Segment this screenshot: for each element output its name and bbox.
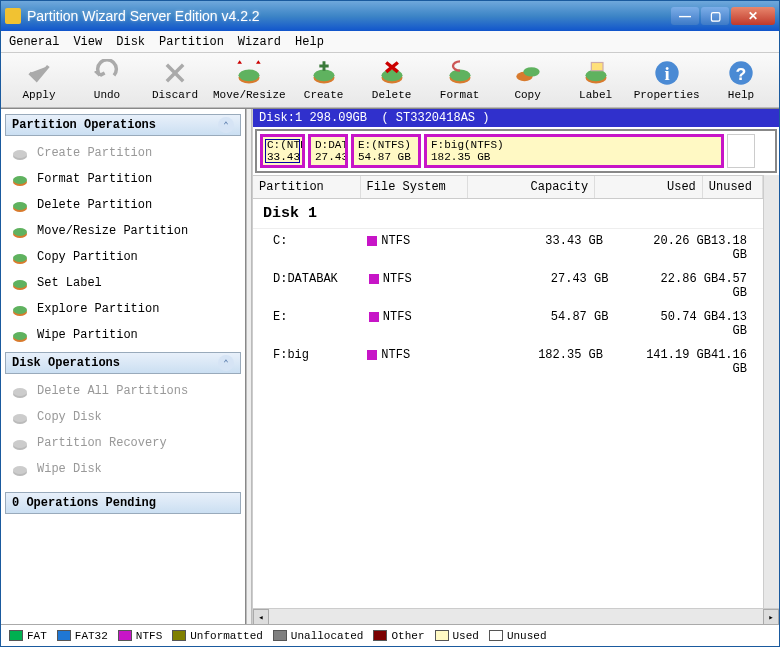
disk-icon (11, 170, 29, 188)
legend-label: Other (391, 630, 424, 642)
svg-text:?: ? (736, 65, 747, 85)
table-area: Partition File System Capacity Used Unus… (253, 175, 763, 608)
legend-item: FAT (9, 630, 47, 642)
partition-op-item[interactable]: Copy Partition (5, 244, 241, 270)
free-space-bar[interactable] (727, 134, 755, 168)
scroll-right-button[interactable]: ▸ (763, 609, 779, 625)
disk-op-item[interactable]: Partition Recovery (5, 430, 241, 456)
svg-point-1 (239, 70, 260, 82)
cell-filesystem: NTFS (367, 234, 475, 262)
disk-icon (11, 326, 29, 344)
menu-view[interactable]: View (73, 35, 102, 49)
legend-swatch (273, 630, 287, 641)
undo-icon (93, 59, 121, 87)
disk-ops-list: Delete All PartitionsCopy DiskPartition … (5, 378, 241, 482)
col-partition[interactable]: Partition (253, 176, 361, 198)
horizontal-scrollbar[interactable]: ◂ ▸ (253, 608, 779, 624)
toolbar: Apply Undo Discard Move/Resize Create De… (1, 53, 779, 108)
help-button[interactable]: ?Help (711, 59, 771, 101)
legend-label: Unused (507, 630, 547, 642)
disk-op-item[interactable]: Delete All Partitions (5, 378, 241, 404)
op-label: Wipe Disk (37, 462, 102, 476)
menu-disk[interactable]: Disk (116, 35, 145, 49)
moveresize-button[interactable]: Move/Resize (213, 59, 286, 101)
apply-button[interactable]: Apply (9, 59, 69, 101)
svg-point-30 (13, 306, 27, 314)
svg-point-40 (13, 466, 27, 474)
discard-button[interactable]: Discard (145, 59, 205, 101)
menu-wizard[interactable]: Wizard (238, 35, 281, 49)
delete-button[interactable]: Delete (362, 59, 422, 101)
partition-bar[interactable]: D:DATA27.43 (308, 134, 348, 168)
table-rows: C: NTFS 33.43 GB 20.26 GB 13.18 GB D:DAT… (253, 229, 763, 381)
col-unused[interactable]: Unused (703, 176, 763, 198)
col-filesystem[interactable]: File System (361, 176, 469, 198)
main-panel: Disk:1 298.09GB ( ST3320418AS ) C:(NTFS3… (252, 109, 779, 624)
menu-general[interactable]: General (9, 35, 59, 49)
legend-swatch (172, 630, 186, 641)
legend-swatch (57, 630, 71, 641)
partition-op-item[interactable]: Format Partition (5, 166, 241, 192)
legend-label: FAT32 (75, 630, 108, 642)
cell-unused: 41.16 GB (711, 348, 757, 376)
op-label: Format Partition (37, 172, 152, 186)
menu-help[interactable]: Help (295, 35, 324, 49)
partition-op-item[interactable]: Move/Resize Partition (5, 218, 241, 244)
svg-point-28 (13, 280, 27, 288)
copy-button[interactable]: Copy (498, 59, 558, 101)
disk-icon (11, 382, 29, 400)
partition-op-item[interactable]: Explore Partition (5, 296, 241, 322)
legend-item: Unused (489, 630, 547, 642)
scroll-track[interactable] (269, 609, 763, 624)
col-used[interactable]: Used (595, 176, 703, 198)
svg-point-5 (381, 70, 402, 82)
partition-op-item[interactable]: Create Partition (5, 140, 241, 166)
disk-ops-header[interactable]: Disk Operations ⌃ (5, 352, 241, 374)
cell-filesystem: NTFS (369, 272, 479, 300)
disk-header-bar: Disk:1 298.09GB ( ST3320418AS ) (253, 109, 779, 127)
cell-capacity: 182.35 GB (475, 348, 603, 376)
partition-ops-header[interactable]: Partition Operations ⌃ (5, 114, 241, 136)
disk-icon (11, 196, 29, 214)
properties-button[interactable]: iProperties (634, 59, 700, 101)
table-row[interactable]: D:DATABAK NTFS 27.43 GB 22.86 GB 4.57 GB (253, 267, 763, 305)
maximize-button[interactable]: ▢ (701, 7, 729, 25)
cell-capacity: 33.43 GB (475, 234, 603, 262)
menubar: General View Disk Partition Wizard Help (1, 31, 779, 53)
legend-swatch (118, 630, 132, 641)
label-button[interactable]: Label (566, 59, 626, 101)
cell-capacity: 54.87 GB (479, 310, 609, 338)
svg-point-20 (13, 176, 27, 184)
minimize-button[interactable]: — (671, 7, 699, 25)
partition-op-item[interactable]: Set Label (5, 270, 241, 296)
format-button[interactable]: Format (430, 59, 490, 101)
cell-used: 20.26 GB (603, 234, 711, 262)
label-icon (582, 59, 610, 87)
table-row[interactable]: F:big NTFS 182.35 GB 141.19 GB 41.16 GB (253, 343, 763, 381)
vertical-scrollbar[interactable] (763, 175, 779, 608)
disk-op-item[interactable]: Wipe Disk (5, 456, 241, 482)
scroll-left-button[interactable]: ◂ (253, 609, 269, 625)
disk-op-item[interactable]: Copy Disk (5, 404, 241, 430)
partition-bar[interactable]: E:(NTFS)54.87 GB (351, 134, 421, 168)
undo-button[interactable]: Undo (77, 59, 137, 101)
partition-op-item[interactable]: Delete Partition (5, 192, 241, 218)
cell-capacity: 27.43 GB (479, 272, 609, 300)
menu-partition[interactable]: Partition (159, 35, 224, 49)
disk-group-label[interactable]: Disk 1 (253, 199, 763, 229)
partition-bar[interactable]: C:(NTFS33.43 G (260, 134, 305, 168)
partition-bar[interactable]: F:big(NTFS)182.35 GB (424, 134, 724, 168)
partition-op-item[interactable]: Wipe Partition (5, 322, 241, 348)
col-capacity[interactable]: Capacity (468, 176, 595, 198)
op-label: Copy Partition (37, 250, 138, 264)
close-button[interactable]: ✕ (731, 7, 775, 25)
sidebar: Partition Operations ⌃ Create PartitionF… (1, 109, 246, 624)
svg-point-32 (13, 332, 27, 340)
svg-rect-12 (591, 63, 603, 71)
table-row[interactable]: C: NTFS 33.43 GB 20.26 GB 13.18 GB (253, 229, 763, 267)
resize-icon (235, 59, 263, 87)
create-button[interactable]: Create (294, 59, 354, 101)
legend: FATFAT32NTFSUnformattedUnallocatedOtherU… (1, 624, 779, 646)
cell-partition: C: (259, 234, 367, 262)
table-row[interactable]: E: NTFS 54.87 GB 50.74 GB 4.13 GB (253, 305, 763, 343)
